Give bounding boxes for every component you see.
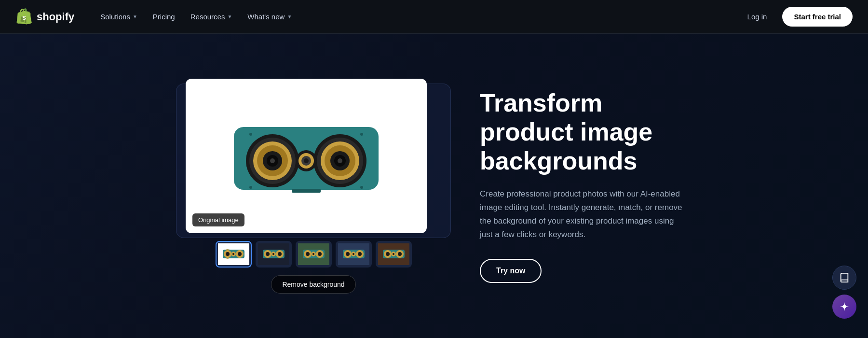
product-image [224,103,388,209]
chevron-down-icon: ▼ [287,14,292,19]
login-button[interactable]: Log in [742,9,773,25]
svg-point-65 [398,252,402,256]
thumbnail-1[interactable] [216,241,252,268]
hero-description: Create professional product photos with … [480,187,682,241]
speaker-svg [224,108,388,204]
thumbnail-3[interactable] [296,241,332,268]
nav-pricing[interactable]: Pricing [146,9,182,25]
svg-point-31 [226,252,230,256]
nav-resources[interactable]: Resources ▼ [184,9,239,25]
svg-point-51 [312,253,314,255]
remove-background-button[interactable]: Remove background [271,275,355,294]
svg-point-57 [358,252,362,256]
thumbnail-strip [216,241,412,268]
main-content: Original image [0,34,868,338]
image-panel: Original image [186,79,441,294]
svg-point-55 [346,252,350,256]
book-icon [839,272,850,283]
svg-point-59 [353,253,354,255]
ai-assistant-button[interactable] [832,295,856,319]
svg-point-63 [386,252,390,256]
try-now-button[interactable]: Try now [480,259,542,283]
svg-point-16 [338,158,342,163]
svg-point-33 [238,252,242,256]
svg-text:S: S [22,15,26,21]
svg-point-24 [360,186,363,189]
chevron-down-icon: ▼ [227,14,232,19]
svg-point-39 [266,252,270,256]
image-showcase: Original image [186,79,441,233]
svg-point-49 [318,252,322,256]
svg-point-67 [393,253,394,255]
navbar: S shopify Solutions ▼ Pricing Resources … [0,0,868,34]
svg-point-23 [249,186,252,189]
nav-solutions[interactable]: Solutions ▼ [94,9,144,25]
hero-title: Transform product image backgrounds [480,89,682,175]
svg-rect-25 [292,189,321,193]
svg-point-21 [249,133,252,136]
svg-point-47 [306,252,310,256]
nav-links: Solutions ▼ Pricing Resources ▼ What's n… [94,9,741,25]
chevron-down-icon: ▼ [133,14,137,19]
thumbnail-2[interactable] [256,241,292,268]
nav-whats-new[interactable]: What's new ▼ [241,9,298,25]
nav-right: Log in Start free trial [742,7,853,27]
svg-point-43 [272,253,274,255]
logo-text: shopify [37,11,74,23]
thumbnail-4[interactable] [336,241,372,268]
logo[interactable]: S shopify [15,8,74,26]
floating-buttons [832,266,856,319]
svg-point-20 [304,158,309,163]
svg-point-41 [278,252,282,256]
original-image-badge: Original image [192,213,244,226]
start-trial-button[interactable]: Start free trial [782,7,853,27]
book-icon-button[interactable] [832,266,856,290]
hero-text-panel: Transform product image backgrounds Crea… [480,89,682,283]
svg-point-22 [360,133,363,136]
ai-sparkle-icon [839,301,850,312]
main-image-card: Original image [186,79,427,233]
shopify-logo-icon: S [15,8,33,26]
svg-point-35 [232,253,234,255]
svg-point-9 [270,158,275,163]
thumbnail-5[interactable] [376,241,412,268]
